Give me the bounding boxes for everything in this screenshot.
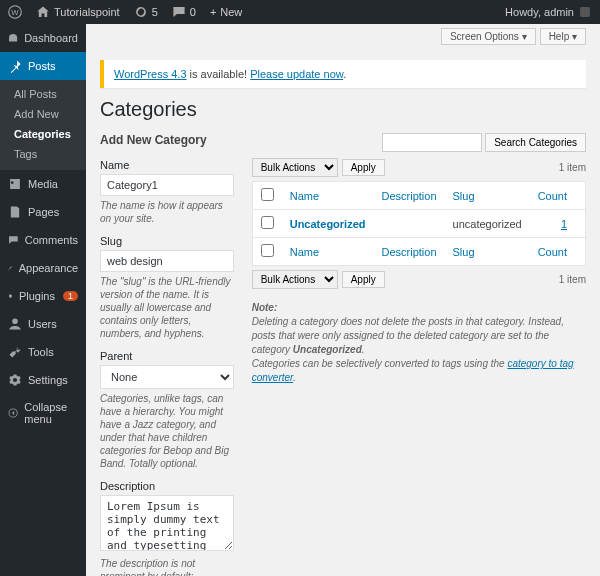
name-help: The name is how it appears on your site.	[100, 199, 234, 225]
house-icon	[36, 5, 50, 19]
dashboard-icon	[8, 31, 18, 45]
menu-pages[interactable]: Pages	[0, 198, 86, 226]
svg-rect-2	[580, 7, 590, 17]
submenu-categories[interactable]: Categories	[0, 124, 86, 144]
plus-icon: +	[210, 6, 216, 18]
screen-options-button[interactable]: Screen Options ▾	[441, 28, 536, 45]
submenu-tags[interactable]: Tags	[0, 144, 86, 164]
page-title: Categories	[100, 98, 586, 121]
description-textarea[interactable]: Lorem Ipsum is simply dummy text of the …	[100, 495, 234, 551]
item-count-top: 1 item	[559, 162, 586, 173]
add-category-form: Add New Category Name The name is how it…	[100, 133, 234, 576]
tools-icon	[8, 345, 22, 359]
page-icon	[8, 205, 22, 219]
admin-sidebar: Dashboard Posts All Posts Add New Catego…	[0, 24, 86, 576]
wp-version-link[interactable]: WordPress 4.3	[114, 68, 187, 80]
menu-settings[interactable]: Settings	[0, 366, 86, 394]
menu-media[interactable]: Media	[0, 170, 86, 198]
search-input[interactable]	[382, 133, 482, 152]
col-slug[interactable]: Slug	[445, 182, 530, 210]
refresh-icon	[134, 5, 148, 19]
col-count[interactable]: Count	[530, 182, 586, 210]
posts-submenu: All Posts Add New Categories Tags	[0, 80, 86, 170]
note-block: Note: Deleting a category does not delet…	[252, 301, 586, 385]
update-now-link[interactable]: Please update now	[250, 68, 343, 80]
update-notice: WordPress 4.3 is available! Please updat…	[100, 60, 586, 88]
name-label: Name	[100, 159, 234, 171]
users-icon	[8, 317, 22, 331]
comments-count[interactable]: 0	[172, 5, 196, 19]
slug-label: Slug	[100, 235, 234, 247]
howdy[interactable]: Howdy, admin	[505, 5, 592, 19]
admin-bar: W Tutorialspoint 5 0 +New Howdy, admin	[0, 0, 600, 24]
row-name-link[interactable]: Uncategorized	[290, 218, 366, 230]
slug-input[interactable]	[100, 250, 234, 272]
plugin-icon	[8, 289, 13, 303]
main-content: Screen Options ▾ Help ▾ WordPress 4.3 is…	[86, 24, 600, 576]
table-row: Uncategorized uncategorized 1	[252, 210, 585, 238]
comment-icon	[172, 5, 186, 19]
collapse-icon	[8, 406, 18, 420]
menu-users[interactable]: Users	[0, 310, 86, 338]
description-help: The description is not prominent by defa…	[100, 557, 234, 576]
col-description-bottom[interactable]: Description	[374, 238, 445, 266]
submenu-all-posts[interactable]: All Posts	[0, 84, 86, 104]
menu-appearance[interactable]: Appearance	[0, 254, 86, 282]
menu-plugins[interactable]: Plugins1	[0, 282, 86, 310]
search-button[interactable]: Search Categories	[485, 133, 586, 152]
col-slug-bottom[interactable]: Slug	[445, 238, 530, 266]
row-count-link[interactable]: 1	[561, 218, 567, 230]
plugin-count-badge: 1	[63, 291, 78, 301]
site-name[interactable]: Tutorialspoint	[36, 5, 120, 19]
description-label: Description	[100, 480, 234, 492]
categories-table: Name Description Slug Count Uncategorize…	[252, 181, 586, 266]
comment-icon	[8, 233, 19, 247]
name-input[interactable]	[100, 174, 234, 196]
settings-icon	[8, 373, 22, 387]
menu-tools[interactable]: Tools	[0, 338, 86, 366]
apply-button-top[interactable]: Apply	[342, 159, 385, 176]
menu-comments[interactable]: Comments	[0, 226, 86, 254]
slug-help: The "slug" is the URL-friendly version o…	[100, 275, 234, 340]
help-button[interactable]: Help ▾	[540, 28, 586, 45]
parent-select[interactable]: None	[100, 365, 234, 389]
menu-posts[interactable]: Posts	[0, 52, 86, 80]
col-name[interactable]: Name	[282, 182, 374, 210]
wp-logo[interactable]: W	[8, 5, 22, 19]
bulk-actions-top[interactable]: Bulk Actions	[252, 158, 338, 177]
parent-label: Parent	[100, 350, 234, 362]
row-description	[374, 210, 445, 238]
brush-icon	[8, 261, 13, 275]
form-heading: Add New Category	[100, 133, 234, 147]
select-all-top[interactable]	[261, 188, 274, 201]
row-slug: uncategorized	[445, 210, 530, 238]
svg-text:W: W	[11, 8, 19, 17]
row-checkbox[interactable]	[261, 216, 274, 229]
updates[interactable]: 5	[134, 5, 158, 19]
collapse-menu[interactable]: Collapse menu	[0, 394, 86, 432]
col-description[interactable]: Description	[374, 182, 445, 210]
avatar-icon	[578, 5, 592, 19]
submenu-add-new[interactable]: Add New	[0, 104, 86, 124]
col-name-bottom[interactable]: Name	[282, 238, 374, 266]
item-count-bottom: 1 item	[559, 274, 586, 285]
menu-dashboard[interactable]: Dashboard	[0, 24, 86, 52]
parent-help: Categories, unlike tags, can have a hier…	[100, 392, 234, 470]
pin-icon	[8, 59, 22, 73]
bulk-actions-bottom[interactable]: Bulk Actions	[252, 270, 338, 289]
col-count-bottom[interactable]: Count	[530, 238, 586, 266]
select-all-bottom[interactable]	[261, 244, 274, 257]
new-content[interactable]: +New	[210, 6, 242, 18]
apply-button-bottom[interactable]: Apply	[342, 271, 385, 288]
media-icon	[8, 177, 22, 191]
